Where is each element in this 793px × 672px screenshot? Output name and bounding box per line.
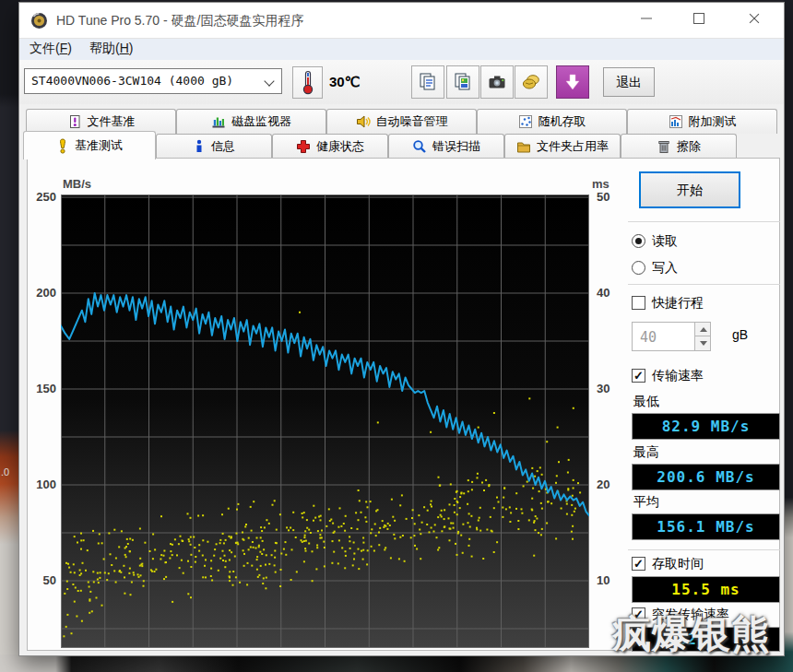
left-tick-100: 100 — [23, 477, 56, 491]
avg-value-display: 156.1 MB/s — [632, 513, 780, 540]
menubar — [19, 38, 784, 60]
screenshot-button[interactable] — [480, 65, 514, 99]
chevron-down-icon — [264, 76, 274, 86]
access-time-display: 15.5 ms — [632, 576, 780, 603]
minimize-icon — [641, 18, 652, 19]
folder-icon — [516, 139, 531, 154]
access-time-checkbox[interactable]: ✓ — [632, 557, 645, 571]
background-partial-text: .0 — [1, 466, 9, 477]
temperature-button[interactable] — [292, 66, 323, 99]
short-stroke-label: 快捷行程 — [652, 295, 704, 312]
spinner-up-button[interactable] — [694, 323, 710, 336]
disk-monitor-icon — [211, 114, 226, 129]
minimize-button[interactable] — [623, 3, 669, 34]
trash-icon — [657, 139, 671, 154]
right-tick-30: 30 — [597, 382, 610, 395]
tab-error-scan[interactable]: 错误扫描 — [388, 134, 504, 158]
min-label: 最低 — [633, 394, 659, 410]
arrow-down-icon — [700, 341, 707, 346]
radio-dot — [635, 238, 642, 244]
separator — [628, 284, 780, 285]
separator — [628, 221, 780, 222]
thermometer-icon — [302, 70, 314, 95]
tab-random-access[interactable]: 随机存取 — [477, 109, 627, 134]
window-title: HD Tune Pro 5.70 - 硬盘/固态硬盘实用程序 — [56, 13, 303, 29]
tab-aam[interactable]: 自动噪音管理 — [326, 109, 477, 134]
length-value: 40 — [640, 329, 657, 346]
tab-label: 健康状态 — [316, 138, 364, 155]
download-arrow-icon — [562, 72, 583, 92]
left-tick-250: 250 — [23, 190, 56, 204]
aam-icon — [356, 114, 371, 129]
short-stroke-checkbox[interactable] — [632, 296, 645, 310]
arrow-up-icon — [700, 327, 707, 332]
desktop-background-right — [784, 0, 793, 672]
titlebar: HD Tune Pro 5.70 - 硬盘/固态硬盘实用程序 — [19, 3, 784, 38]
read-radio[interactable] — [632, 234, 645, 248]
drive-select[interactable]: ST4000VN006-3CW104 (4000 gB) — [24, 68, 282, 94]
camera-icon — [487, 72, 507, 92]
exit-button[interactable]: 退出 — [603, 67, 655, 97]
benchmark-chart — [61, 195, 589, 648]
magnifier-icon — [412, 139, 427, 154]
tab-label: 擦除 — [677, 138, 701, 155]
random-access-icon — [518, 114, 533, 129]
benchmark-icon — [56, 138, 69, 154]
close-button[interactable] — [731, 3, 777, 34]
file-benchmark-icon — [67, 114, 82, 129]
transfer-rate-checkbox[interactable]: ✓ — [632, 369, 645, 383]
left-tick-200: 200 — [23, 286, 56, 300]
hdtune-window: HD Tune Pro 5.70 - 硬盘/固态硬盘实用程序 文件(F) 帮助(… — [18, 2, 785, 656]
tab-label: 随机存取 — [539, 113, 586, 130]
screen: .0 HD Tune Pro 5.70 - 硬盘/固态硬盘实用程序 文件(F) … — [0, 0, 793, 672]
length-spinner[interactable]: 40 — [632, 322, 711, 351]
health-cross-icon — [296, 139, 311, 154]
tab-file-benchmark[interactable]: 文件基准 — [26, 109, 176, 134]
drive-select-value: ST4000VN006-3CW104 (4000 gB) — [31, 74, 233, 88]
desktop-background-left — [0, 0, 20, 672]
copy-image-button[interactable] — [446, 65, 479, 99]
update-button[interactable] — [556, 65, 589, 99]
maximize-icon — [693, 13, 704, 24]
tab-health[interactable]: 健康状态 — [272, 134, 388, 158]
min-value-display: 82.9 MB/s — [632, 413, 780, 440]
right-tick-40: 40 — [597, 286, 610, 300]
menu-help[interactable]: 帮助(H) — [89, 41, 133, 57]
tab-label: 文件夹占用率 — [537, 138, 609, 155]
tab-label: 文件基准 — [88, 113, 136, 130]
access-time-label: 存取时间 — [652, 556, 704, 572]
start-button[interactable]: 开始 — [639, 171, 740, 208]
tab-label: 信息 — [211, 138, 235, 155]
tab-label: 附加测试 — [689, 113, 737, 130]
tab-label: 错误扫描 — [432, 138, 480, 155]
avg-label: 平均 — [633, 494, 659, 511]
transfer-rate-label: 传输速率 — [652, 368, 704, 384]
tab-disk-monitor[interactable]: 磁盘监视器 — [176, 109, 326, 134]
gold-coins-icon — [521, 72, 541, 92]
tab-info[interactable]: 信息 — [156, 134, 272, 158]
tab-label: 自动噪音管理 — [376, 113, 448, 130]
extra-tests-icon — [669, 114, 683, 129]
tab-benchmark-active[interactable]: 基准测试 — [23, 131, 156, 159]
register-button[interactable] — [515, 65, 548, 99]
length-unit-label: gB — [732, 327, 748, 342]
tab-label: 基准测试 — [75, 137, 123, 154]
copy-text-icon — [418, 72, 438, 92]
temperature-value: 30℃ — [329, 74, 361, 90]
left-tick-150: 150 — [23, 382, 56, 395]
write-radio[interactable] — [632, 261, 645, 275]
max-label: 最高 — [633, 444, 659, 461]
tab-erase[interactable]: 擦除 — [621, 134, 737, 158]
copy-text-button[interactable] — [411, 65, 444, 99]
tab-extra-tests[interactable]: 附加测试 — [627, 109, 777, 134]
info-icon — [193, 139, 206, 154]
tab-folder-usage[interactable]: 文件夹占用率 — [504, 134, 621, 158]
maximize-button[interactable] — [676, 3, 722, 34]
tab-label: 磁盘监视器 — [231, 113, 291, 130]
menu-file[interactable]: 文件(F) — [30, 41, 72, 57]
right-axis-title: ms — [592, 177, 610, 191]
right-tick-50: 50 — [597, 190, 610, 204]
separator — [628, 549, 780, 550]
spinner-down-button[interactable] — [694, 336, 710, 350]
left-axis-title: MB/s — [63, 177, 91, 191]
